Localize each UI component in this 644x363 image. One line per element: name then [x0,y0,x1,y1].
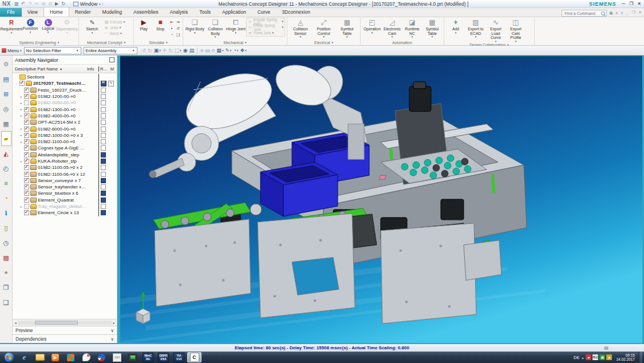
status-menu-icon[interactable]: ▤ [604,345,609,350]
visibility-checkbox[interactable] [24,178,29,183]
nx-window-button[interactable]: C [187,352,202,362]
modified-checkbox[interactable] [101,178,106,183]
column-modified[interactable]: M [110,66,114,72]
tab-home[interactable]: Home [44,7,69,17]
requirement-button[interactable]: RRequirement▾ [2,18,21,34]
expand-toggle-icon[interactable]: + [19,108,23,111]
visibility-checkbox[interactable] [24,133,29,138]
visibility-checkbox[interactable] [24,145,29,151]
materials-icon[interactable]: ▩ [1,250,11,265]
tree-row-sensor-trayhandler-x-10[interactable]: Sensor_trayhandler x 10 [13,184,117,190]
section-dependencies[interactable]: Dependencies∨ [13,334,117,343]
column-read-only[interactable]: R... [100,66,107,72]
tree-row-01982-0050-00-0[interactable]: +01982-0050-00-»0 [13,100,117,106]
visibility-checkbox[interactable] [24,127,29,132]
tab-view[interactable]: View [22,8,44,17]
scroll-right-icon[interactable]: ▸ [112,321,116,325]
expand-toggle-icon[interactable]: + [19,160,23,163]
column-info[interactable]: Info [87,66,98,72]
alarm-tray-icon[interactable]: ◆ [606,354,612,360]
doc-minimize-button[interactable]: ＿ [625,10,629,16]
redo-toolbar-icon[interactable]: ↻ [148,48,152,53]
network-tray-icon[interactable]: ▰ [586,354,591,360]
language-indicator[interactable]: DE [574,355,579,360]
tree-row-kuka-roboter-stp[interactable]: +KUKA-Roboter_stp [13,158,117,164]
visibility-checkbox[interactable] [24,172,29,177]
modified-checkbox[interactable] [101,165,106,170]
visibility-checkbox[interactable] [24,152,29,157]
tree-row-20170207-testmaschine-4-0[interactable]: -20170207_Testmaschine-4.0 ...✎ [13,80,117,86]
start-button[interactable] [2,352,16,362]
modified-checkbox[interactable] [101,159,106,164]
nx-app-icon[interactable] [94,352,109,362]
modified-checkbox[interactable] [101,107,106,112]
graphics-window[interactable] [120,57,642,343]
media-player-icon[interactable]: ▶ [48,352,62,362]
operation-button[interactable]: ◰Operation▾ [362,18,382,34]
tree-row-sensor-conveyor-x-7[interactable]: Sensor_conveyor x 7 [13,177,117,184]
doc-close-button[interactable]: ✕ [638,10,642,16]
add-button[interactable]: +Add▾ [446,18,465,34]
dbfress-tile[interactable]: DBFRESS [156,352,171,362]
internet-explorer-icon[interactable]: e [17,352,31,362]
tree-row-01982-1300-00-0[interactable]: +01982-1300-00-»0 [13,106,117,112]
plc-tray-icon[interactable]: PLC [592,354,598,360]
redo-icon[interactable]: ↷ [28,1,32,6]
rigid-body-button[interactable]: ❑Rigid Body▾ [185,18,205,34]
window-fit-icon[interactable]: ▭ [205,48,210,53]
undo-icon[interactable]: ↶ [21,1,25,6]
simit-app-icon[interactable]: SIM [110,352,124,362]
tree-row-01982-1100-06-0-x-12[interactable]: 01982-1100-06-»0 x 12 [13,171,117,177]
column-descriptive-part-name[interactable]: Descriptive Part Name [15,66,58,72]
visibility-checkbox[interactable] [24,100,29,105]
export-to-ecad-button[interactable]: ▨Export to ECAD▾ [466,18,485,38]
modified-checkbox[interactable] [101,145,106,151]
sequence-editor-icon[interactable]: ◴ [1,161,11,176]
animation-navigator-icon[interactable]: ◭ [1,146,11,161]
assembly-navigator-icon[interactable]: ▤ [1,72,11,86]
office-app-icon[interactable] [64,352,78,362]
robot-icon[interactable]: ⌖ [1,265,11,280]
play-macro-icon[interactable]: ▶ [55,1,58,6]
collision-sensor-button[interactable]: ◬Collision Sensor▾ [289,18,312,38]
group-label-electrical[interactable]: Electrical▾ [289,40,358,45]
show-desktop-button[interactable] [639,352,642,363]
minimize-button[interactable]: ─ [622,1,625,6]
horizontal-scrollbar[interactable]: ◂ ▸ [13,319,117,326]
play-button[interactable]: ▶Play [136,18,152,31]
selection-filter-dropdown[interactable]: No Selection Filter ▼ [24,47,81,54]
expand-toggle-icon[interactable]: + [19,140,23,144]
modified-checkbox[interactable] [101,120,106,125]
blue-bin-near[interactable] [260,162,338,216]
find-command-input[interactable] [563,11,601,16]
restore-button[interactable]: ❐ [629,1,633,6]
tree-row-01982-1100-05-0-x-2[interactable]: 01982-1100-05-»0 x 2 [13,164,117,171]
modified-checkbox[interactable] [101,198,106,203]
wincc-ra-tile[interactable]: WinCRA [141,352,155,362]
expand-toggle-icon[interactable]: + [19,114,23,117]
modified-checkbox[interactable] [101,100,106,105]
doc-restore-button[interactable]: ❐ [632,10,635,16]
modified-checkbox[interactable] [101,139,106,144]
function-button[interactable]: FFunction▾ [22,18,39,34]
undo-toolbar-icon[interactable]: ↺ [142,48,147,53]
minimize-ribbon-icon[interactable]: ∧ [615,11,618,15]
tab-file[interactable]: File [0,8,22,17]
find-component-icon[interactable]: ◎ [1,101,11,116]
modified-checkbox[interactable] [101,152,106,157]
touch-mode-icon[interactable]: ▣ [609,11,613,15]
modified-checkbox[interactable] [101,191,106,196]
visibility-checkbox[interactable] [24,113,29,119]
fit-view-icon[interactable]: ⌗ [200,48,203,54]
stop-button[interactable]: ■Stop [152,18,168,31]
tab-3dconnexion[interactable]: 3Dconnexion [276,8,316,17]
layers-icon[interactable]: ▤ [189,48,195,53]
panel-pin-icon[interactable] [109,57,114,62]
tree-row-01982-1200-00-0[interactable]: +01982-1200-00-»0 [13,93,117,100]
visibility-checkbox[interactable] [24,165,29,170]
expand-toggle-icon[interactable]: + [19,95,23,98]
tree-row-01982-1100-00-0[interactable]: +01982-1100-00-»0 [13,139,117,145]
visibility-checkbox[interactable] [24,184,29,190]
presentation-app-icon[interactable] [79,352,93,362]
symbol-table-button[interactable]: ▦Symbol Table▾ [422,18,442,38]
